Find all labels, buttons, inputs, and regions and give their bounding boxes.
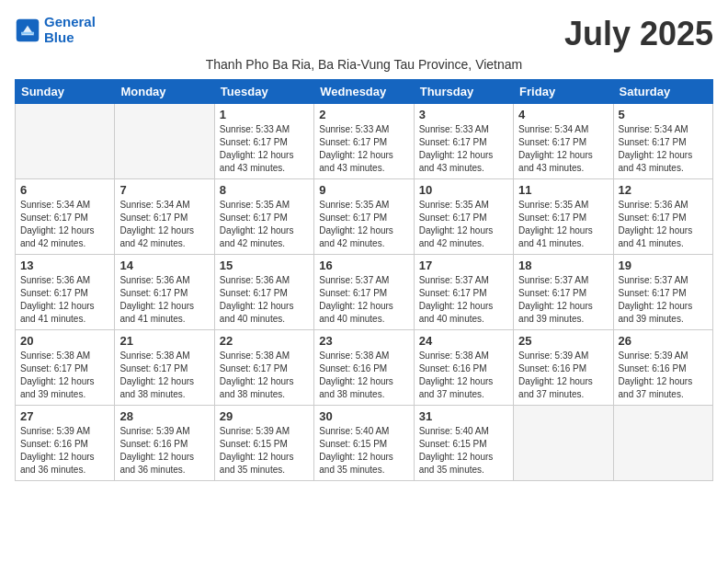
day-info: Sunrise: 5:36 AM Sunset: 6:17 PM Dayligh… [619, 199, 708, 250]
day-info: Sunrise: 5:35 AM Sunset: 6:17 PM Dayligh… [319, 199, 408, 250]
day-number: 25 [518, 334, 608, 348]
day-number: 8 [220, 183, 309, 197]
calendar-cell [613, 406, 712, 481]
day-number: 30 [319, 409, 408, 423]
day-number: 9 [319, 183, 408, 197]
day-info: Sunrise: 5:37 AM Sunset: 6:17 PM Dayligh… [419, 274, 508, 326]
calendar-table: SundayMondayTuesdayWednesdayThursdayFrid… [15, 79, 713, 481]
calendar-cell: 4Sunrise: 5:34 AM Sunset: 6:17 PM Daylig… [514, 104, 613, 179]
day-info: Sunrise: 5:37 AM Sunset: 6:17 PM Dayligh… [518, 274, 608, 326]
day-number: 28 [119, 409, 209, 423]
calendar-cell [115, 104, 214, 179]
day-info: Sunrise: 5:34 AM Sunset: 6:17 PM Dayligh… [619, 123, 708, 175]
calendar-cell: 22Sunrise: 5:38 AM Sunset: 6:17 PM Dayli… [214, 330, 313, 406]
calendar-cell: 6Sunrise: 5:34 AM Sunset: 6:17 PM Daylig… [16, 179, 115, 255]
calendar-cell: 21Sunrise: 5:38 AM Sunset: 6:17 PM Dayli… [115, 330, 214, 406]
day-info: Sunrise: 5:35 AM Sunset: 6:17 PM Dayligh… [419, 199, 508, 250]
calendar-cell: 25Sunrise: 5:39 AM Sunset: 6:16 PM Dayli… [514, 330, 613, 406]
logo-text: General Blue [44, 15, 96, 45]
calendar-cell: 15Sunrise: 5:36 AM Sunset: 6:17 PM Dayli… [214, 255, 313, 330]
calendar-cell: 3Sunrise: 5:33 AM Sunset: 6:17 PM Daylig… [414, 104, 513, 179]
week-row-4: 20Sunrise: 5:38 AM Sunset: 6:17 PM Dayli… [16, 330, 713, 406]
day-number: 22 [220, 334, 309, 348]
calendar-cell: 2Sunrise: 5:33 AM Sunset: 6:17 PM Daylig… [314, 104, 414, 179]
day-number: 7 [119, 183, 209, 197]
day-number: 5 [619, 108, 708, 121]
day-number: 27 [20, 409, 109, 423]
day-info: Sunrise: 5:38 AM Sunset: 6:16 PM Dayligh… [319, 350, 408, 401]
logo: General Blue [15, 15, 96, 45]
calendar-cell: 13Sunrise: 5:36 AM Sunset: 6:17 PM Dayli… [16, 255, 115, 330]
logo-icon [15, 17, 40, 43]
day-info: Sunrise: 5:36 AM Sunset: 6:17 PM Dayligh… [220, 274, 309, 326]
day-info: Sunrise: 5:38 AM Sunset: 6:17 PM Dayligh… [20, 350, 109, 401]
day-number: 31 [419, 409, 508, 423]
calendar-cell [16, 104, 115, 179]
calendar-cell [514, 406, 613, 481]
calendar-cell: 31Sunrise: 5:40 AM Sunset: 6:15 PM Dayli… [414, 406, 513, 481]
day-info: Sunrise: 5:36 AM Sunset: 6:17 PM Dayligh… [20, 274, 109, 326]
day-number: 14 [119, 259, 209, 272]
day-info: Sunrise: 5:34 AM Sunset: 6:17 PM Dayligh… [20, 199, 109, 250]
day-info: Sunrise: 5:39 AM Sunset: 6:15 PM Dayligh… [220, 425, 309, 477]
weekday-header-saturday: Saturday [613, 80, 712, 104]
day-info: Sunrise: 5:33 AM Sunset: 6:17 PM Dayligh… [220, 123, 309, 175]
week-row-2: 6Sunrise: 5:34 AM Sunset: 6:17 PM Daylig… [16, 179, 713, 255]
calendar-cell: 9Sunrise: 5:35 AM Sunset: 6:17 PM Daylig… [314, 179, 414, 255]
day-number: 23 [319, 334, 408, 348]
day-number: 17 [419, 259, 508, 272]
calendar-cell: 28Sunrise: 5:39 AM Sunset: 6:16 PM Dayli… [115, 406, 214, 481]
logo-line2: Blue [44, 29, 74, 45]
day-info: Sunrise: 5:37 AM Sunset: 6:17 PM Dayligh… [619, 274, 708, 326]
day-number: 24 [419, 334, 508, 348]
day-info: Sunrise: 5:33 AM Sunset: 6:17 PM Dayligh… [319, 123, 408, 175]
day-number: 26 [619, 334, 708, 348]
day-info: Sunrise: 5:40 AM Sunset: 6:15 PM Dayligh… [319, 425, 408, 477]
calendar-cell: 27Sunrise: 5:39 AM Sunset: 6:16 PM Dayli… [16, 406, 115, 481]
calendar-cell: 7Sunrise: 5:34 AM Sunset: 6:17 PM Daylig… [115, 179, 214, 255]
day-number: 21 [119, 334, 209, 348]
calendar-cell: 19Sunrise: 5:37 AM Sunset: 6:17 PM Dayli… [613, 255, 712, 330]
calendar-cell: 12Sunrise: 5:36 AM Sunset: 6:17 PM Dayli… [613, 179, 712, 255]
day-info: Sunrise: 5:38 AM Sunset: 6:16 PM Dayligh… [419, 350, 508, 401]
weekday-header-tuesday: Tuesday [214, 80, 313, 104]
week-row-1: 1Sunrise: 5:33 AM Sunset: 6:17 PM Daylig… [16, 104, 713, 179]
weekday-header-monday: Monday [115, 80, 214, 104]
svg-rect-2 [21, 31, 34, 34]
calendar-cell: 16Sunrise: 5:37 AM Sunset: 6:17 PM Dayli… [314, 255, 414, 330]
day-info: Sunrise: 5:35 AM Sunset: 6:17 PM Dayligh… [518, 199, 608, 250]
day-info: Sunrise: 5:38 AM Sunset: 6:17 PM Dayligh… [119, 350, 209, 401]
weekday-header-thursday: Thursday [414, 80, 513, 104]
day-info: Sunrise: 5:34 AM Sunset: 6:17 PM Dayligh… [518, 123, 608, 175]
day-number: 11 [518, 183, 608, 197]
day-info: Sunrise: 5:34 AM Sunset: 6:17 PM Dayligh… [119, 199, 209, 250]
month-title: July 2025 [564, 15, 713, 53]
calendar-cell: 14Sunrise: 5:36 AM Sunset: 6:17 PM Dayli… [115, 255, 214, 330]
calendar-cell: 11Sunrise: 5:35 AM Sunset: 6:17 PM Dayli… [514, 179, 613, 255]
calendar-cell: 1Sunrise: 5:33 AM Sunset: 6:17 PM Daylig… [214, 104, 313, 179]
day-number: 15 [220, 259, 309, 272]
day-info: Sunrise: 5:38 AM Sunset: 6:17 PM Dayligh… [220, 350, 309, 401]
calendar-subtitle: Thanh Pho Ba Ria, Ba Ria-Vung Tau Provin… [15, 57, 713, 72]
calendar-cell: 17Sunrise: 5:37 AM Sunset: 6:17 PM Dayli… [414, 255, 513, 330]
day-number: 16 [319, 259, 408, 272]
calendar-cell: 18Sunrise: 5:37 AM Sunset: 6:17 PM Dayli… [514, 255, 613, 330]
day-info: Sunrise: 5:35 AM Sunset: 6:17 PM Dayligh… [220, 199, 309, 250]
day-number: 2 [319, 108, 408, 121]
calendar-cell: 8Sunrise: 5:35 AM Sunset: 6:17 PM Daylig… [214, 179, 313, 255]
day-number: 13 [20, 259, 109, 272]
calendar-cell: 10Sunrise: 5:35 AM Sunset: 6:17 PM Dayli… [414, 179, 513, 255]
weekday-header-friday: Friday [514, 80, 613, 104]
day-number: 18 [518, 259, 608, 272]
calendar-cell: 26Sunrise: 5:39 AM Sunset: 6:16 PM Dayli… [613, 330, 712, 406]
calendar-cell: 30Sunrise: 5:40 AM Sunset: 6:15 PM Dayli… [314, 406, 414, 481]
calendar-cell: 20Sunrise: 5:38 AM Sunset: 6:17 PM Dayli… [16, 330, 115, 406]
weekday-header-row: SundayMondayTuesdayWednesdayThursdayFrid… [16, 80, 713, 104]
day-info: Sunrise: 5:39 AM Sunset: 6:16 PM Dayligh… [518, 350, 608, 401]
calendar-cell: 24Sunrise: 5:38 AM Sunset: 6:16 PM Dayli… [414, 330, 513, 406]
day-number: 19 [619, 259, 708, 272]
day-info: Sunrise: 5:40 AM Sunset: 6:15 PM Dayligh… [419, 425, 508, 477]
day-number: 12 [619, 183, 708, 197]
calendar-cell: 5Sunrise: 5:34 AM Sunset: 6:17 PM Daylig… [613, 104, 712, 179]
day-info: Sunrise: 5:36 AM Sunset: 6:17 PM Dayligh… [119, 274, 209, 326]
